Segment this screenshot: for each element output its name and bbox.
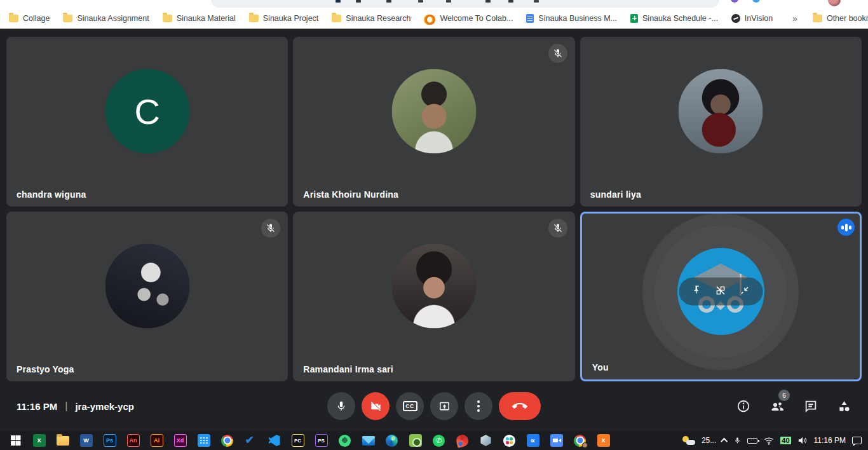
captions-button[interactable]: CC <box>396 392 424 420</box>
taskbar-todo[interactable]: ✔ <box>243 433 259 448</box>
edge-icon <box>386 435 398 447</box>
address-bar[interactable] <box>211 0 719 8</box>
participant-tile-prastyo[interactable]: Prastyo Yoga <box>6 212 288 381</box>
remove-from-layout-icon[interactable] <box>715 284 727 299</box>
extension-icon[interactable] <box>752 0 760 3</box>
bookmark-sinauka-schedule[interactable]: Sinauka Schedule -... <box>630 14 718 23</box>
camera-off-button[interactable] <box>362 392 390 420</box>
participant-tile-arista[interactable]: Arista Khoiru Nurdina <box>293 37 574 207</box>
bookmark-label: InVision <box>745 14 773 23</box>
avatar-photo <box>391 69 476 154</box>
meet-side-controls: 6 <box>736 399 851 414</box>
participant-name: Ramandani Irma sari <box>303 364 393 374</box>
taskbar-excel[interactable]: X <box>32 433 47 448</box>
bookmark-label: Sinauka Project <box>263 14 319 23</box>
bookmarks-bar: Collage Sinauka Assignment Sinauka Mater… <box>0 8 868 29</box>
colab-icon <box>424 15 435 22</box>
chat-button[interactable] <box>804 399 818 413</box>
folder-icon <box>813 15 822 22</box>
taskbar-xd[interactable]: Xd <box>173 433 188 448</box>
folder-icon <box>332 15 341 22</box>
participant-count-badge: 6 <box>778 390 790 401</box>
taskbar-animate[interactable]: An <box>126 433 141 448</box>
bookmark-sinauka-project[interactable]: Sinauka Project <box>249 14 319 23</box>
tray-expand-chevron-icon[interactable] <box>721 438 728 445</box>
taskbar-chrome-profile[interactable] <box>573 433 588 448</box>
taskbar-calendar[interactable] <box>196 433 212 448</box>
action-center-icon[interactable] <box>852 437 862 444</box>
taskbar-camera-app[interactable] <box>408 433 423 448</box>
taskbar-hub-app[interactable] <box>478 433 494 448</box>
taskbar-android-studio[interactable] <box>337 433 353 448</box>
tray-mic-icon[interactable] <box>734 436 741 445</box>
taskbar-file-explorer[interactable] <box>55 433 71 448</box>
bookmark-label: Sinauka Schedule -... <box>642 14 718 23</box>
participant-tile-sundari[interactable]: sundari liya <box>580 37 862 207</box>
taskbar-onlyoffice[interactable]: ∝ <box>526 433 541 448</box>
extension-icon[interactable] <box>731 0 738 3</box>
bookmark-sinauka-research[interactable]: Sinauka Research <box>332 14 410 23</box>
more-options-button[interactable] <box>465 392 492 420</box>
taskbar-edge[interactable] <box>384 433 400 448</box>
wifi-icon[interactable] <box>764 437 774 445</box>
other-bookmarks[interactable]: Other bookmarks <box>813 14 868 23</box>
avatar-photo <box>391 244 476 329</box>
url-text-fragment <box>418 0 423 3</box>
taskbar-word[interactable]: W <box>79 433 94 448</box>
taskbar-chrome[interactable] <box>220 433 235 448</box>
xampp-icon: X <box>597 434 610 447</box>
weather-icon[interactable] <box>682 436 695 445</box>
taskbar-xampp[interactable]: X <box>596 433 611 448</box>
meeting-details-button[interactable] <box>736 399 750 413</box>
illustrator-icon: Ai <box>151 434 163 447</box>
bookmark-welcome-colab[interactable]: Welcome To Colab... <box>424 14 513 23</box>
taskbar-draw-app[interactable] <box>455 433 470 448</box>
leave-call-button[interactable] <box>499 392 541 420</box>
participant-tile-chandra-wiguna[interactable]: C chandra wiguna <box>6 37 288 207</box>
avatar-initial: C <box>134 91 159 132</box>
bookmark-invision[interactable]: InVision <box>731 14 773 23</box>
google-sheets-icon <box>630 14 638 23</box>
minimize-icon[interactable] <box>739 285 750 298</box>
battery-percent-badge[interactable]: 40 <box>780 437 790 444</box>
meet-control-bar: 11:16 PM | jra-ymek-ycp CC <box>0 381 868 431</box>
bookmark-collage[interactable]: Collage <box>9 14 50 23</box>
taskbar-vscode[interactable] <box>267 433 282 448</box>
start-button[interactable] <box>8 433 24 448</box>
battery-icon[interactable] <box>747 438 757 444</box>
browser-profile-avatar[interactable] <box>828 0 841 6</box>
taskbar-mail[interactable] <box>361 433 376 448</box>
bookmark-sinauka-business[interactable]: Sinauka Business M... <box>526 14 617 23</box>
weather-temp[interactable]: 25... <box>702 436 716 445</box>
bookmark-label: Sinauka Research <box>346 14 410 23</box>
present-button[interactable] <box>430 392 458 420</box>
chrome-icon <box>221 435 233 447</box>
calendar-icon <box>198 434 210 447</box>
url-text-fragment <box>386 0 391 3</box>
participant-tile-ramandani[interactable]: Ramandani Irma sari <box>293 212 574 381</box>
vscode-icon <box>269 435 280 446</box>
taskbar-slack[interactable] <box>502 433 517 448</box>
tile-hover-actions <box>679 278 763 306</box>
taskbar-whatsapp[interactable]: ✆ <box>431 433 447 448</box>
clock-text: 11:16 PM <box>17 401 57 412</box>
taskbar-clock[interactable]: 11:16 PM <box>814 436 846 445</box>
volume-icon[interactable] <box>797 436 808 445</box>
taskbar-photoshop[interactable]: Ps <box>102 433 118 448</box>
taskbar-video-app[interactable] <box>549 433 564 448</box>
mic-button[interactable] <box>327 392 355 420</box>
participant-tile-you[interactable]: You <box>580 212 862 381</box>
bookmarks-overflow-chevron[interactable]: » <box>786 13 804 24</box>
participant-name: sundari liya <box>590 189 641 200</box>
taskbar-illustrator[interactable]: Ai <box>149 433 165 448</box>
taskbar-pycharm[interactable]: PC <box>290 433 306 448</box>
activities-button[interactable] <box>837 399 851 414</box>
slack-icon <box>503 435 515 447</box>
people-button[interactable]: 6 <box>770 399 785 414</box>
meeting-details[interactable]: 11:16 PM | jra-ymek-ycp <box>17 400 134 412</box>
bookmark-sinauka-assignment[interactable]: Sinauka Assignment <box>63 14 149 23</box>
taskbar-phpstorm[interactable]: PS <box>314 433 329 448</box>
mic-off-icon <box>261 219 280 238</box>
pin-icon[interactable] <box>691 285 702 298</box>
bookmark-sinauka-material[interactable]: Sinauka Material <box>163 14 236 23</box>
